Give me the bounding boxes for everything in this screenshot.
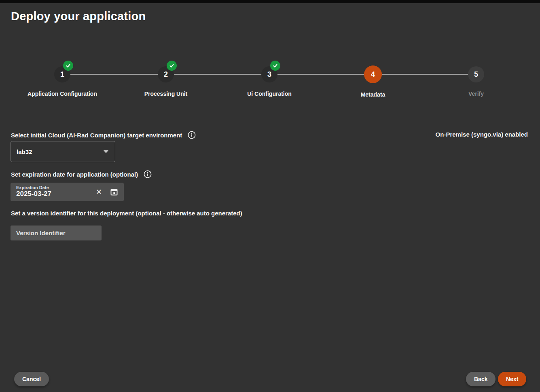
step-number: 1 — [60, 70, 64, 79]
version-section-label: Set a version identifier for this deploy… — [11, 210, 242, 217]
environment-section-label: Select initial Cloud (AI-Rad Companion) … — [11, 131, 196, 139]
step-number: 2 — [164, 70, 168, 79]
step-application-configuration[interactable]: 1 Application Configuration — [10, 0, 115, 97]
step-number: 4 — [371, 70, 375, 79]
step-circle: 1 — [54, 66, 70, 82]
step-processing-unit[interactable]: 2 Processing Unit — [113, 0, 218, 97]
expiration-date-input[interactable] — [16, 190, 96, 198]
step-number: 5 — [474, 70, 478, 79]
expiration-date-field[interactable]: Expiration Date ✕ — [11, 183, 124, 201]
step-label: Metadata — [320, 91, 426, 98]
step-verify[interactable]: 5 Verify — [424, 0, 529, 97]
info-icon[interactable] — [188, 131, 196, 139]
cancel-button[interactable]: Cancel — [14, 372, 49, 386]
step-label: Processing Unit — [113, 91, 218, 97]
check-icon — [167, 61, 177, 71]
expiration-label-text: Set expiration date for application (opt… — [11, 171, 138, 178]
step-label: Verify — [424, 91, 529, 97]
step-circle: 2 — [158, 66, 174, 82]
version-identifier-input[interactable] — [11, 226, 102, 240]
environment-label-text: Select initial Cloud (AI-Rad Companion) … — [11, 132, 182, 139]
step-label: Ui Configuration — [217, 91, 322, 97]
step-circle: 3 — [261, 66, 277, 82]
next-button[interactable]: Next — [498, 372, 526, 386]
on-premise-status: On-Premise (syngo.via) enabled — [436, 131, 528, 138]
back-button[interactable]: Back — [466, 372, 496, 386]
expiration-field-label: Expiration Date — [16, 185, 96, 190]
step-ui-configuration[interactable]: 3 Ui Configuration — [217, 0, 322, 97]
step-metadata[interactable]: 4 Metadata — [320, 0, 426, 98]
version-label-text: Set a version identifier for this deploy… — [11, 210, 242, 217]
chevron-down-icon — [104, 150, 108, 153]
environment-select[interactable]: lab32 — [11, 141, 115, 162]
step-label: Application Configuration — [10, 91, 115, 97]
check-icon — [63, 61, 73, 71]
environment-selected-value: lab32 — [17, 148, 104, 155]
step-circle: 4 — [364, 65, 382, 83]
step-circle: 5 — [468, 66, 484, 82]
check-icon — [270, 61, 280, 71]
info-icon[interactable] — [144, 170, 152, 178]
expiration-section-label: Set expiration date for application (opt… — [11, 170, 152, 178]
calendar-icon[interactable] — [110, 188, 118, 196]
clear-icon[interactable]: ✕ — [96, 188, 102, 196]
step-number: 3 — [267, 70, 271, 79]
